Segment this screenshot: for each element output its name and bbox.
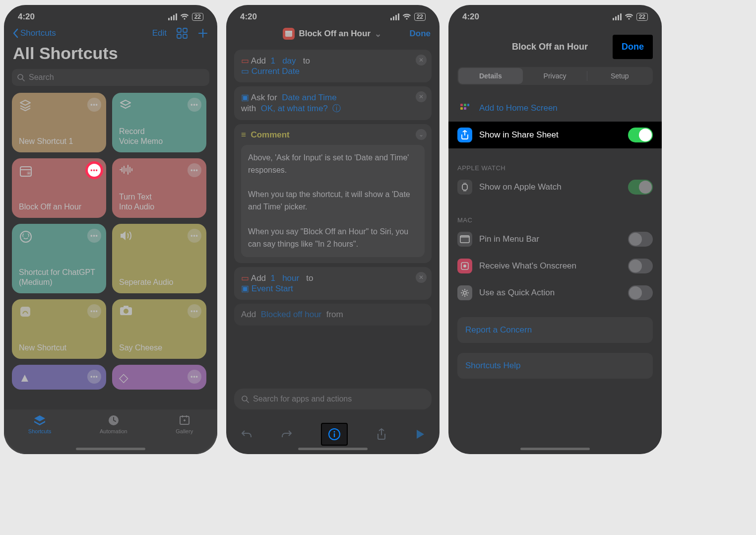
action-search[interactable]: Search for apps and actions [234, 389, 432, 409]
watch-icon [457, 180, 472, 195]
layers-icon [119, 99, 199, 112]
tab-setup[interactable]: Setup [587, 68, 652, 84]
status-bar: 4:20 22 [4, 5, 217, 25]
play-icon[interactable] [415, 429, 425, 440]
onscreen-icon [457, 259, 472, 273]
action-add-date[interactable]: ✕ ▭ Add 1 day to ▭ Current Date [234, 50, 432, 82]
comment-body[interactable]: Above, 'Ask for Input' is set to 'Date a… [241, 145, 425, 257]
home-indicator[interactable] [76, 448, 145, 450]
tile-label: Seperate Audio [119, 277, 199, 287]
status-bar: 4:20 22 [226, 5, 440, 25]
svg-rect-13 [124, 306, 128, 308]
info-button-highlight[interactable] [321, 423, 348, 446]
shortcut-tile[interactable]: ••• Turn Text Into Audio [112, 158, 206, 218]
svg-rect-24 [334, 433, 335, 437]
shortcut-tile[interactable]: ••• New Shortcut 1 [12, 93, 106, 152]
svg-rect-30 [462, 184, 467, 190]
tile-label: Shortcut for ChatGPT (Medium) [19, 268, 99, 287]
row-report-concern[interactable]: Report a Concern [457, 317, 653, 343]
action-ask-input[interactable]: ✕ ▣ Ask for Date and Time with OK, at wh… [234, 86, 432, 120]
comment-icon: ≡ [241, 130, 246, 139]
shortcut-tile[interactable]: ••• New Shortcut [12, 299, 106, 359]
shortcut-tile[interactable]: ••• ▲ [12, 365, 106, 390]
more-icon-highlight[interactable]: ••• [85, 161, 103, 179]
home-indicator[interactable] [520, 448, 590, 450]
onscreen-toggle[interactable] [628, 259, 653, 273]
svg-rect-2 [177, 34, 181, 38]
layers-icon [19, 99, 99, 112]
battery-icon: 22 [414, 13, 426, 21]
chevron-down-icon: ⌄ [375, 29, 381, 39]
calendar-icon [283, 28, 295, 40]
remove-action-icon[interactable]: ✕ [416, 91, 427, 102]
add-button[interactable] [197, 28, 208, 39]
brain-icon [19, 230, 99, 244]
calendar-icon: ▭ [241, 56, 249, 66]
section-mac: MAC [448, 211, 662, 226]
remove-action-icon[interactable]: ✕ [416, 55, 427, 66]
apple-watch-toggle[interactable] [628, 180, 653, 195]
share-sheet-toggle[interactable] [628, 128, 653, 142]
home-indicator[interactable] [298, 448, 368, 450]
undo-icon[interactable] [241, 429, 252, 440]
svg-rect-27 [467, 104, 469, 106]
back-button[interactable]: Shortcuts [13, 28, 56, 38]
row-quick-action[interactable]: Use as Quick Action [448, 279, 662, 306]
svg-rect-26 [464, 104, 466, 106]
cellular-icon [613, 13, 622, 20]
row-apple-watch[interactable]: Show on Apple Watch [448, 174, 662, 201]
remove-action-icon[interactable]: ✕ [416, 272, 427, 283]
action-comment[interactable]: ⌄ ≡ Comment Above, 'Ask for Input' is se… [234, 124, 432, 263]
quickaction-toggle[interactable] [628, 285, 653, 300]
svg-rect-31 [463, 183, 466, 184]
details-nav: Block Off an Hour Done [448, 25, 662, 67]
svg-rect-28 [460, 107, 463, 110]
row-shortcuts-help[interactable]: Shortcuts Help [457, 353, 653, 379]
done-button-highlight[interactable]: Done [613, 35, 653, 59]
homegrid-icon [457, 101, 472, 116]
menubar-toggle[interactable] [628, 232, 653, 247]
row-pin-menu-bar[interactable]: Pin in Menu Bar [448, 226, 662, 253]
row-add-home-screen[interactable]: Add to Home Screen [448, 95, 662, 122]
svg-rect-29 [464, 107, 466, 110]
shortcut-tile-block-off-hour[interactable]: ••• Block Off an Hour [12, 158, 106, 218]
row-share-sheet-highlight[interactable]: Show in Share Sheet [448, 122, 662, 148]
search-input[interactable]: Search [12, 69, 209, 86]
shortcut-tile[interactable]: ••• Record Voice Memo [112, 93, 206, 152]
shortcut-tile[interactable]: ••• Say Cheese [112, 299, 206, 359]
tab-details[interactable]: Details [458, 68, 523, 84]
search-icon [241, 395, 249, 403]
tile-label: New Shortcut [19, 343, 99, 353]
grid-view-icon[interactable] [177, 28, 188, 39]
wifi-icon [625, 13, 633, 20]
done-button[interactable]: Done [409, 29, 431, 39]
row-receive-onscreen[interactable]: Receive What's Onscreen [448, 253, 662, 279]
camera-icon [119, 305, 199, 316]
cellular-icon [168, 13, 177, 20]
status-time: 4:20 [462, 12, 479, 22]
details-list: Add to Home Screen Show in Share Sheet [448, 95, 662, 148]
svg-rect-19 [285, 31, 292, 33]
search-placeholder: Search [29, 73, 54, 82]
shortcut-tile[interactable]: ••• Shortcut for ChatGPT (Medium) [12, 224, 106, 293]
redo-icon[interactable] [281, 429, 293, 440]
layers-icon: ◇ [119, 371, 199, 385]
tab-gallery[interactable]: Gallery [176, 414, 193, 434]
shortcut-tile[interactable]: ••• ◇ [112, 365, 206, 390]
share-icon[interactable] [376, 428, 387, 441]
action-add-hour[interactable]: ✕ ▭ Add 1 hour to ▣ Event Start [234, 267, 432, 300]
tab-privacy[interactable]: Privacy [523, 68, 587, 84]
tab-automation[interactable]: Automation [100, 414, 127, 434]
shortcut-title[interactable]: Block Off an Hour ⌄ [283, 28, 381, 40]
tab-shortcuts[interactable]: Shortcuts [28, 414, 51, 434]
shortcut-tile[interactable]: ••• Seperate Audio [112, 224, 206, 293]
action-add-event[interactable]: Add Blocked off hour from [234, 304, 432, 326]
edit-button[interactable]: Edit [152, 28, 167, 38]
menubar-icon [457, 232, 472, 247]
search-icon [17, 73, 25, 81]
calendar-icon: ▭ [241, 273, 249, 283]
remove-action-icon[interactable]: ⌄ [416, 129, 427, 140]
gear-icon [457, 285, 472, 300]
disclosure-icon[interactable]: ⓘ [332, 104, 341, 113]
nav-bar: Shortcuts Edit [4, 25, 217, 44]
